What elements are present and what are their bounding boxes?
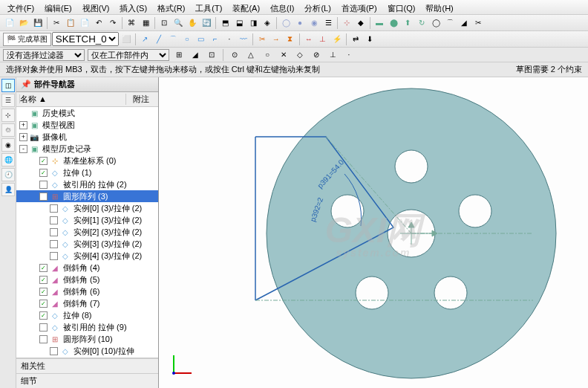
project-button[interactable]: ⬇	[363, 33, 376, 46]
snap-tan-icon[interactable]: ⊘	[310, 48, 323, 62]
zoom-button[interactable]: 🔍	[172, 16, 185, 30]
view-iso-button[interactable]: ◈	[261, 16, 274, 30]
tree-checkbox[interactable]: ✓	[39, 157, 48, 165]
menu-assembly[interactable]: 装配(A)	[228, 1, 264, 13]
tree-item-0[interactable]: ▣历史模式	[16, 107, 158, 119]
spline-button[interactable]: 〰	[237, 33, 250, 46]
pin-icon[interactable]: 📌	[21, 80, 31, 89]
tree-checkbox[interactable]	[39, 193, 48, 201]
convert-button[interactable]: ⇄	[349, 33, 362, 46]
tree-item-15[interactable]: ✓◢倒斜角 (6)	[16, 285, 158, 297]
tree-checkbox[interactable]: ✓	[39, 288, 48, 296]
constraint-button[interactable]: ⊥	[316, 33, 330, 46]
filter-select-2[interactable]: 仅在工作部件内	[88, 49, 169, 61]
sketch-selector[interactable]: SKETCH_001	[52, 32, 119, 46]
tree-checkbox[interactable]: ✓	[39, 264, 48, 272]
tree-checkbox[interactable]	[39, 335, 48, 343]
col-name[interactable]: 名称 ▲	[19, 94, 125, 105]
menu-window[interactable]: 窗口(Q)	[383, 1, 420, 13]
revolve-button[interactable]: ↻	[415, 16, 428, 30]
quick-extend-button[interactable]: →	[270, 33, 283, 46]
profile-button[interactable]: ↗	[138, 33, 151, 46]
nav-assembly-icon[interactable]: ☰	[1, 94, 15, 107]
tree-item-4[interactable]: ✓⊹基准坐标系 (0)	[16, 155, 158, 166]
tree-item-14[interactable]: ✓◢倒斜角 (5)	[16, 274, 158, 285]
rectangle-button[interactable]: ▭	[195, 33, 208, 46]
tree-checkbox[interactable]	[39, 323, 48, 332]
nav-roles-icon[interactable]: 👤	[1, 183, 15, 196]
tree-item-16[interactable]: ✓◢倒斜角 (7)	[16, 297, 158, 309]
tree-checkbox[interactable]	[50, 204, 58, 213]
tree-item-11[interactable]: ◇实例[3] (3)/拉伸 (2)	[16, 238, 158, 250]
menu-view[interactable]: 视图(V)	[78, 1, 114, 13]
extrude-button[interactable]: ⬆	[401, 16, 414, 30]
datum-button[interactable]: ◆	[354, 16, 368, 30]
block-button[interactable]: ▬	[373, 16, 386, 30]
nav-constraint-icon[interactable]: ⊹	[1, 109, 15, 122]
object-display-button[interactable]: ▦	[139, 16, 152, 30]
snap-int-icon[interactable]: ✕	[277, 48, 290, 62]
view-right-button[interactable]: ◨	[246, 16, 260, 30]
tree-checkbox[interactable]: ✓	[39, 311, 48, 320]
tree-item-7[interactable]: ⊞圆形阵列 (3)	[16, 190, 158, 202]
tree-checkbox[interactable]	[39, 181, 48, 189]
tree-checkbox[interactable]: ✓	[39, 276, 48, 284]
snap-pt-icon[interactable]: ·	[342, 48, 356, 62]
tree-item-13[interactable]: ✓◢倒斜角 (4)	[16, 262, 158, 274]
filter-icon-3[interactable]: ⊡	[205, 48, 218, 62]
feature-tree[interactable]: ▣历史模式+▣模型视图+📷摄像机-▣模型历史记录✓⊹基准坐标系 (0)✓◇拉伸 …	[16, 107, 158, 358]
trim-button[interactable]: ✂	[471, 16, 485, 30]
footer-dependency[interactable]: 相关性	[16, 358, 158, 373]
col-note[interactable]: 附注	[125, 94, 155, 105]
save-button[interactable]: 💾	[31, 16, 45, 30]
menu-file[interactable]: 文件(F)	[3, 1, 39, 13]
copy-button[interactable]: 📋	[64, 16, 77, 30]
arc-button[interactable]: ⌒	[166, 33, 180, 46]
tree-item-6[interactable]: ◇被引用的 拉伸 (2)	[16, 178, 158, 190]
tree-item-18[interactable]: ◇被引用的 拉伸 (9)	[16, 321, 158, 333]
sketch-orient-button[interactable]: ⬜	[120, 33, 133, 46]
fit-button[interactable]: ⊡	[157, 16, 171, 30]
line-button[interactable]: ╱	[152, 33, 166, 46]
wireframe-button[interactable]: ◯	[279, 16, 293, 30]
tree-checkbox[interactable]: ✓	[39, 169, 48, 177]
view-top-button[interactable]: ⬒	[218, 16, 232, 30]
snap-ctr-icon[interactable]: ○	[261, 48, 274, 62]
menu-edit[interactable]: 编辑(E)	[40, 1, 76, 13]
paste-button[interactable]: 📄	[78, 16, 91, 30]
snap-quad-icon[interactable]: ◇	[293, 48, 307, 62]
finish-sketch-button[interactable]: 🏁 完成草图	[3, 33, 51, 46]
pan-button[interactable]: ✋	[186, 16, 199, 30]
chamfer-button[interactable]: ◢	[457, 16, 471, 30]
snap-end-icon[interactable]: ⊙	[228, 48, 241, 62]
nav-hd3d-icon[interactable]: ◉	[1, 138, 15, 152]
auto-constraint-button[interactable]: ⚡	[330, 33, 344, 46]
tree-item-8[interactable]: ◇实例[0] (3)/拉伸 (2)	[16, 202, 158, 214]
tree-checkbox[interactable]: ✓	[39, 300, 48, 308]
filter-icon-1[interactable]: ⊞	[172, 48, 186, 62]
nav-history-icon[interactable]: 🕘	[1, 168, 15, 181]
tree-item-10[interactable]: ◇实例[2] (3)/拉伸 (2)	[16, 226, 158, 238]
tree-checkbox[interactable]	[50, 347, 58, 355]
tree-checkbox[interactable]	[50, 228, 58, 236]
view-front-button[interactable]: ⬓	[232, 16, 246, 30]
tree-toggle-icon[interactable]: -	[19, 145, 27, 153]
tree-item-1[interactable]: +▣模型视图	[16, 119, 158, 131]
tree-item-2[interactable]: +📷摄像机	[16, 131, 158, 143]
tree-item-9[interactable]: ◇实例[1] (3)/拉伸 (2)	[16, 214, 158, 226]
snap-mid-icon[interactable]: △	[244, 48, 258, 62]
tree-item-19[interactable]: ⊞圆形阵列 (10)	[16, 333, 158, 345]
mirror-button[interactable]: ⧗	[284, 33, 297, 46]
footer-detail[interactable]: 细节	[16, 373, 158, 388]
tree-checkbox[interactable]	[50, 240, 58, 248]
blend-button[interactable]: ⌒	[443, 16, 457, 30]
shaded-button[interactable]: ●	[293, 16, 307, 30]
filter-icon-2[interactable]: ◢	[189, 48, 202, 62]
tree-item-5[interactable]: ✓◇拉伸 (1)	[16, 166, 158, 178]
tree-toggle-icon[interactable]: +	[19, 133, 27, 141]
menu-tools[interactable]: 工具(T)	[191, 1, 226, 13]
nav-browser-icon[interactable]: 🌐	[1, 153, 15, 166]
quick-trim-button[interactable]: ✂	[255, 33, 269, 46]
circle-button[interactable]: ○	[180, 33, 194, 46]
tree-item-20[interactable]: ◇实例[0] (10)/拉伸	[16, 345, 158, 357]
